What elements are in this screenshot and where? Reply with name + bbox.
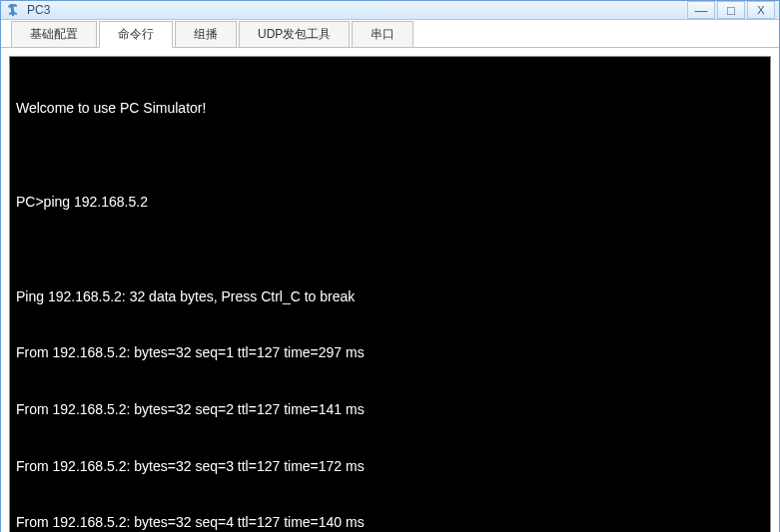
tab-bar: 基础配置 命令行 组播 UDP发包工具 串口 <box>1 20 779 48</box>
terminal-line: PC>ping 192.168.5.2 <box>16 193 764 212</box>
tab-serial[interactable]: 串口 <box>352 21 413 47</box>
tab-multicast[interactable]: 组播 <box>175 21 237 47</box>
app-window: PC3 — □ X 基础配置 命令行 组播 UDP发包工具 串口 Welcome… <box>0 0 780 532</box>
titlebar: PC3 — □ X <box>1 1 779 20</box>
minimize-button[interactable]: — <box>687 1 715 19</box>
tab-basic-config[interactable]: 基础配置 <box>11 21 97 47</box>
close-button[interactable]: X <box>747 1 775 19</box>
terminal-line: Welcome to use PC Simulator! <box>16 99 764 118</box>
terminal-line: From 192.168.5.2: bytes=32 seq=3 ttl=127… <box>16 457 764 476</box>
terminal-line: From 192.168.5.2: bytes=32 seq=2 ttl=127… <box>16 400 764 419</box>
window-title: PC3 <box>27 3 687 17</box>
tab-udp-tool[interactable]: UDP发包工具 <box>239 21 350 47</box>
terminal-line: From 192.168.5.2: bytes=32 seq=1 ttl=127… <box>16 343 764 362</box>
window-controls: — □ X <box>687 1 775 19</box>
terminal[interactable]: Welcome to use PC Simulator! PC>ping 192… <box>9 56 771 532</box>
maximize-button[interactable]: □ <box>717 1 745 19</box>
tab-command-line[interactable]: 命令行 <box>99 21 173 48</box>
content-area: Welcome to use PC Simulator! PC>ping 192… <box>1 48 779 532</box>
terminal-line: From 192.168.5.2: bytes=32 seq=4 ttl=127… <box>16 513 764 532</box>
app-icon <box>5 2 21 18</box>
terminal-line: Ping 192.168.5.2: 32 data bytes, Press C… <box>16 287 764 306</box>
